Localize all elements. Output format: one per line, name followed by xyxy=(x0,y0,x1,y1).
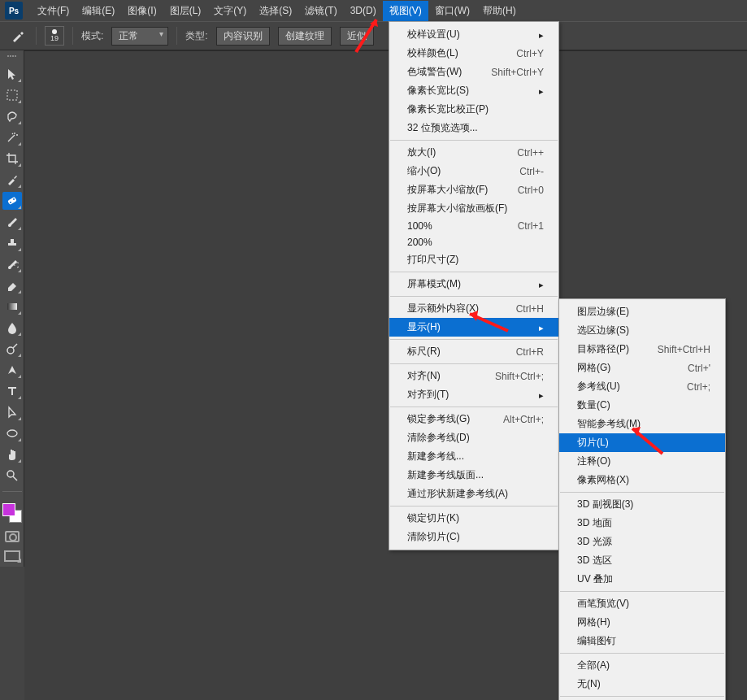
menu-file[interactable]: 文件(F) xyxy=(31,1,76,21)
menu-select[interactable]: 选择(S) xyxy=(253,1,298,21)
show-menu-item[interactable]: UV 叠加 xyxy=(559,570,725,589)
brush-size-picker[interactable]: 19 xyxy=(45,26,64,46)
menu-view[interactable]: 视图(V) xyxy=(383,1,428,21)
menu-item-shortcut: Ctrl+0 xyxy=(518,185,544,196)
menu-item-label: 校样设置(U) xyxy=(407,28,515,41)
dodge-tool-icon[interactable] xyxy=(2,340,22,358)
pen-tool-icon[interactable] xyxy=(2,361,22,379)
history-brush-tool-icon[interactable] xyxy=(2,255,22,273)
menu-item-label: 对齐到(T) xyxy=(407,388,515,402)
view-menu-item[interactable]: 像素长宽比(S) xyxy=(389,81,558,100)
view-menu-item[interactable]: 屏幕模式(M) xyxy=(389,275,558,293)
move-tool-icon[interactable] xyxy=(2,65,22,83)
eyedropper-tool-icon[interactable] xyxy=(2,171,22,189)
view-menu-item[interactable]: 32 位预览选项... xyxy=(389,119,558,137)
menu-item-label: 锁定参考线(G) xyxy=(407,412,479,426)
menu-window[interactable]: 窗口(W) xyxy=(428,1,476,21)
lasso-tool-icon[interactable] xyxy=(2,107,22,125)
view-menu-item[interactable]: 标尺(R)Ctrl+R xyxy=(389,342,558,361)
color-swatches[interactable] xyxy=(2,503,22,523)
menubar: Ps 文件(F) 编辑(E) 图像(I) 图层(L) 文字(Y) 选择(S) 滤… xyxy=(0,0,747,21)
wand-tool-icon[interactable] xyxy=(2,128,22,146)
menu-3d[interactable]: 3D(D) xyxy=(344,2,383,20)
menu-filter[interactable]: 滤镜(T) xyxy=(298,1,343,21)
brush-tool-icon[interactable] xyxy=(2,213,22,231)
menu-type[interactable]: 文字(Y) xyxy=(207,1,253,21)
show-menu-item[interactable]: 3D 光源 xyxy=(559,533,725,551)
view-menu-item[interactable]: 校样颜色(L)Ctrl+Y xyxy=(389,44,558,63)
view-menu-item[interactable]: 新建参考线... xyxy=(389,447,558,466)
crop-tool-icon[interactable] xyxy=(2,150,22,167)
show-menu-item[interactable]: 网格(G)Ctrl+' xyxy=(559,359,725,377)
show-menu-item[interactable]: 3D 选区 xyxy=(559,551,725,570)
show-menu-item[interactable]: 注释(O) xyxy=(559,452,725,471)
show-menu-item[interactable]: 无(N) xyxy=(559,675,725,693)
view-menu-item[interactable]: 放大(I)Ctrl++ xyxy=(389,143,558,162)
menu-image[interactable]: 图像(I) xyxy=(121,1,163,21)
view-menu-item[interactable]: 通过形状新建参考线(A) xyxy=(389,485,558,503)
view-menu-item[interactable]: 按屏幕大小缩放画板(F) xyxy=(389,199,558,218)
marquee-tool-icon[interactable] xyxy=(2,86,22,104)
menu-help[interactable]: 帮助(H) xyxy=(476,1,523,21)
hand-tool-icon[interactable] xyxy=(2,446,22,463)
view-menu-item[interactable]: 像素长宽比校正(P) xyxy=(389,100,558,119)
shape-tool-icon[interactable] xyxy=(2,424,22,442)
show-menu-item[interactable]: 图层边缘(E) xyxy=(559,302,725,321)
menu-item-shortcut: Ctrl+Y xyxy=(516,48,544,59)
view-menu-item[interactable]: 锁定切片(K) xyxy=(389,509,558,528)
show-menu-item[interactable]: 切片(L) xyxy=(559,433,725,452)
menu-item-label: 无(N) xyxy=(577,677,710,691)
show-menu-item[interactable]: 编辑图钉 xyxy=(559,632,725,650)
blur-tool-icon[interactable] xyxy=(2,319,22,337)
view-menu-item[interactable]: 色域警告(W)Shift+Ctrl+Y xyxy=(389,63,558,81)
view-menu-item[interactable]: 打印尺寸(Z) xyxy=(389,250,558,269)
stamp-tool-icon[interactable] xyxy=(2,234,22,252)
screenmode-icon[interactable] xyxy=(4,550,20,562)
menu-edit[interactable]: 编辑(E) xyxy=(76,1,121,21)
show-menu-item[interactable]: 网格(H) xyxy=(559,613,725,632)
tool-preset-icon[interactable] xyxy=(8,27,28,45)
show-menu-item[interactable]: 画笔预览(V) xyxy=(559,594,725,613)
type-tool-icon[interactable] xyxy=(2,382,22,400)
view-menu-item[interactable]: 100%Ctrl+1 xyxy=(389,218,558,234)
view-menu-item[interactable]: 锁定参考线(G)Alt+Ctrl+; xyxy=(389,410,558,428)
view-menu-item[interactable]: 显示额外内容(X)Ctrl+H xyxy=(389,299,558,318)
quickmask-icon[interactable] xyxy=(5,531,20,542)
menu-item-label: 打印尺寸(Z) xyxy=(407,253,544,267)
show-menu-item[interactable]: 3D 副视图(3) xyxy=(559,495,725,514)
menu-layer[interactable]: 图层(L) xyxy=(163,1,208,21)
view-menu-item[interactable]: 按屏幕大小缩放(F)Ctrl+0 xyxy=(389,180,558,199)
view-menu-item[interactable]: 200% xyxy=(389,234,558,250)
type-approx[interactable]: 近似 xyxy=(340,27,374,46)
show-menu-item[interactable]: 参考线(U)Ctrl+; xyxy=(559,377,725,396)
view-menu-item[interactable]: 新建参考线版面... xyxy=(389,466,558,485)
healing-tool-icon[interactable] xyxy=(2,192,22,210)
show-menu-item[interactable]: 智能参考线(M) xyxy=(559,415,725,433)
menu-item-label: 像素长宽比校正(P) xyxy=(407,102,544,116)
show-menu-item[interactable]: 数量(C) xyxy=(559,396,725,415)
foreground-color-swatch[interactable] xyxy=(2,503,15,516)
view-menu-item[interactable]: 对齐到(T) xyxy=(389,385,558,404)
type-create-texture[interactable]: 创建纹理 xyxy=(278,27,332,46)
view-menu-item[interactable]: 显示(H) xyxy=(389,318,558,337)
eraser-tool-icon[interactable] xyxy=(2,276,22,294)
path-select-tool-icon[interactable] xyxy=(2,403,22,421)
type-content-aware[interactable]: 内容识别 xyxy=(216,27,270,46)
show-menu-item[interactable]: 选区边缘(S) xyxy=(559,321,725,340)
view-menu-item[interactable]: 对齐(N)Shift+Ctrl+; xyxy=(389,367,558,385)
svg-point-6 xyxy=(7,430,17,437)
menu-item-label: 缩小(O) xyxy=(407,164,495,178)
view-menu-item[interactable]: 校样设置(U) xyxy=(389,25,558,44)
show-menu-item[interactable]: 像素网格(X) xyxy=(559,471,725,489)
view-menu-item[interactable]: 缩小(O)Ctrl+- xyxy=(389,162,558,180)
menu-item-shortcut: Ctrl+' xyxy=(688,363,710,374)
show-menu-item[interactable]: 全部(A) xyxy=(559,656,725,675)
view-menu-item[interactable]: 清除参考线(D) xyxy=(389,428,558,447)
view-menu-item[interactable]: 清除切片(C) xyxy=(389,528,558,546)
show-menu-item[interactable]: 目标路径(P)Shift+Ctrl+H xyxy=(559,340,725,359)
mode-combo[interactable]: 正常 xyxy=(111,27,168,46)
toolbar-handle[interactable] xyxy=(0,55,24,60)
gradient-tool-icon[interactable] xyxy=(2,298,22,315)
zoom-tool-icon[interactable] xyxy=(2,467,22,485)
show-menu-item[interactable]: 3D 地面 xyxy=(559,514,725,533)
